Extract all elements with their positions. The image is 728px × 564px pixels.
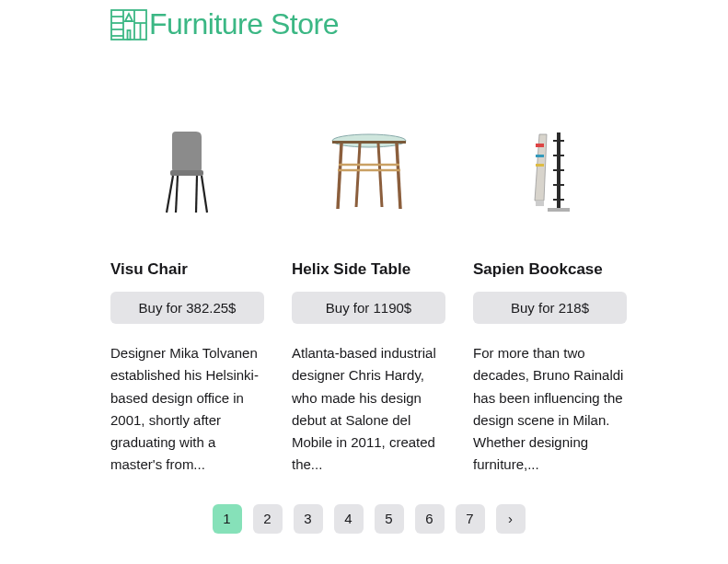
product-image-chair[interactable] [110, 121, 264, 222]
product-title[interactable]: Sapien Bookcase [473, 260, 627, 279]
svg-rect-24 [553, 140, 564, 142]
svg-line-11 [167, 176, 173, 213]
page-button-4[interactable]: 4 [334, 504, 364, 534]
page-button-6[interactable]: 6 [415, 504, 445, 534]
svg-rect-32 [536, 155, 544, 157]
page-container: Furniture Store Visu Chair Buy for 382.2… [0, 0, 728, 534]
product-description: Atlanta-based industrial designer Chris … [292, 342, 445, 477]
product-image-bookcase[interactable] [473, 121, 627, 222]
pagination: 1 2 3 4 5 6 7 › [110, 504, 627, 534]
svg-rect-33 [536, 164, 544, 167]
svg-rect-16 [332, 141, 406, 144]
svg-rect-27 [553, 184, 564, 186]
buy-button[interactable]: Buy for 1190$ [292, 292, 445, 324]
svg-rect-26 [553, 169, 564, 171]
svg-line-14 [202, 176, 207, 213]
svg-rect-34 [536, 201, 544, 206]
page-button-2[interactable]: 2 [253, 504, 283, 534]
product-title[interactable]: Visu Chair [110, 260, 264, 279]
product-image-table[interactable] [292, 121, 445, 222]
brand-title: Furniture Store [149, 7, 339, 41]
product-description: Designer Mika Tolvanen established his H… [110, 342, 264, 477]
svg-line-18 [397, 144, 400, 209]
product-description: For more than two decades, Bruno Rainald… [473, 342, 627, 477]
page-button-7[interactable]: 7 [456, 504, 485, 534]
svg-line-13 [196, 176, 197, 213]
product-grid: Visu Chair Buy for 382.25$ Designer Mika… [110, 121, 627, 477]
buy-button[interactable]: Buy for 382.25$ [110, 292, 264, 324]
brand-header[interactable]: Furniture Store [110, 7, 627, 41]
svg-line-19 [356, 144, 360, 207]
buy-button[interactable]: Buy for 218$ [473, 292, 627, 324]
product-title[interactable]: Helix Side Table [292, 260, 445, 279]
svg-line-20 [378, 144, 382, 207]
page-button-5[interactable]: 5 [375, 504, 404, 534]
svg-rect-10 [170, 170, 203, 176]
product-card: Sapien Bookcase Buy for 218$ For more th… [473, 121, 627, 477]
svg-rect-29 [548, 208, 570, 212]
brand-logo-icon [110, 8, 147, 41]
page-button-next[interactable]: › [496, 504, 526, 534]
svg-line-17 [338, 144, 341, 209]
svg-rect-28 [553, 199, 564, 201]
svg-rect-31 [536, 144, 544, 147]
product-card: Helix Side Table Buy for 1190$ Atlanta-b… [292, 121, 445, 477]
svg-line-12 [176, 176, 178, 213]
page-button-3[interactable]: 3 [294, 504, 323, 534]
product-card: Visu Chair Buy for 382.25$ Designer Mika… [110, 121, 264, 477]
svg-rect-9 [128, 30, 131, 40]
svg-rect-25 [553, 155, 564, 156]
page-button-1[interactable]: 1 [213, 504, 242, 534]
